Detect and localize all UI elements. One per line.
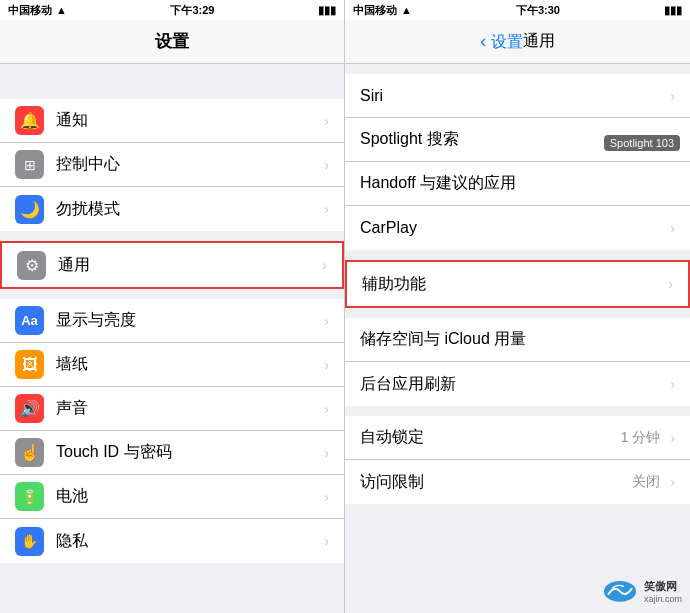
display-icon: Aa	[15, 306, 44, 335]
wallpaper-icon: 🖼	[15, 350, 44, 379]
siri-chevron: ›	[670, 88, 675, 104]
bg-refresh-chevron: ›	[670, 376, 675, 392]
list-item-display[interactable]: Aa 显示与亮度 ›	[0, 299, 344, 343]
right-time: 下午3:30	[516, 3, 560, 18]
control-center-label: 控制中心	[56, 154, 319, 175]
right-section-3: 储存空间与 iCloud 用量 后台应用刷新 ›	[345, 318, 690, 406]
right-item-accessibility[interactable]: 辅助功能 ›	[347, 262, 688, 306]
left-wifi-icon: ▲	[56, 4, 67, 16]
handoff-label: Handoff 与建议的应用	[360, 173, 675, 194]
list-item-notification[interactable]: 🔔 通知 ›	[0, 99, 344, 143]
autolock-value: 1 分钟	[621, 429, 661, 447]
control-center-icon: ⊞	[15, 150, 44, 179]
r-gap-2	[345, 308, 690, 318]
left-nav-title: 设置	[155, 30, 189, 53]
list-item-general[interactable]: ⚙ 通用 ›	[2, 243, 342, 287]
left-section-1: 🔔 通知 › ⊞ 控制中心 › 🌙 勿扰模式 ›	[0, 99, 344, 231]
sound-icon: 🔊	[15, 394, 44, 423]
left-status-right: ▮▮▮	[318, 4, 336, 17]
sound-label: 声音	[56, 398, 319, 419]
list-item-sound[interactable]: 🔊 声音 ›	[0, 387, 344, 431]
wallpaper-chevron: ›	[324, 357, 329, 373]
dnd-chevron: ›	[324, 201, 329, 217]
right-status-right: ▮▮▮	[664, 4, 682, 17]
battery-chevron: ›	[324, 489, 329, 505]
restrictions-label: 访问限制	[360, 472, 632, 493]
dnd-label: 勿扰模式	[56, 199, 319, 220]
section-gap-3	[0, 289, 344, 299]
restrictions-chevron: ›	[670, 474, 675, 490]
right-nav-back[interactable]: ‹ 设置	[480, 31, 522, 53]
battery-icon: 🔋	[15, 482, 44, 511]
watermark-text-block: 笑傲网 xajin.com	[644, 579, 682, 604]
left-time: 下午3:29	[170, 3, 214, 18]
spotlight-badge: Spotlight 103	[604, 135, 680, 151]
r-gap-0	[345, 64, 690, 74]
left-status-left: 中国移动 ▲	[8, 3, 67, 18]
r-gap-3	[345, 406, 690, 416]
right-nav-title: 通用	[523, 31, 555, 52]
back-chevron-icon: ‹	[480, 31, 486, 51]
list-item-wallpaper[interactable]: 🖼 墙纸 ›	[0, 343, 344, 387]
autolock-chevron: ›	[670, 430, 675, 446]
autolock-label: 自动锁定	[360, 427, 621, 448]
notification-icon: 🔔	[15, 106, 44, 135]
left-carrier: 中国移动	[8, 3, 52, 18]
accessibility-chevron: ›	[668, 276, 673, 292]
left-nav-bar: 设置	[0, 20, 344, 64]
restrictions-value: 关闭	[632, 473, 660, 491]
sound-chevron: ›	[324, 401, 329, 417]
right-status-bar: 中国移动 ▲ 下午3:30 ▮▮▮	[345, 0, 690, 20]
right-nav-bar: ‹ 设置 通用	[345, 20, 690, 64]
display-label: 显示与亮度	[56, 310, 319, 331]
privacy-chevron: ›	[324, 533, 329, 549]
list-item-control-center[interactable]: ⊞ 控制中心 ›	[0, 143, 344, 187]
touchid-chevron: ›	[324, 445, 329, 461]
list-item-touchid[interactable]: ☝ Touch ID 与密码 ›	[0, 431, 344, 475]
list-item-battery[interactable]: 🔋 电池 ›	[0, 475, 344, 519]
right-item-background-refresh[interactable]: 后台应用刷新 ›	[345, 362, 690, 406]
notification-label: 通知	[56, 110, 319, 131]
right-item-storage[interactable]: 储存空间与 iCloud 用量	[345, 318, 690, 362]
right-wifi-icon: ▲	[401, 4, 412, 16]
display-chevron: ›	[324, 313, 329, 329]
bg-refresh-label: 后台应用刷新	[360, 374, 665, 395]
general-chevron: ›	[322, 257, 327, 273]
notification-chevron: ›	[324, 113, 329, 129]
right-panel: 中国移动 ▲ 下午3:30 ▮▮▮ ‹ 设置 通用 Siri › Spotlig…	[345, 0, 690, 613]
carplay-label: CarPlay	[360, 219, 665, 237]
right-item-carplay[interactable]: CarPlay ›	[345, 206, 690, 250]
right-section-accessibility: 辅助功能 ›	[345, 260, 690, 308]
right-carrier: 中国移动	[353, 3, 397, 18]
right-section-4: 自动锁定 1 分钟 › 访问限制 关闭 ›	[345, 416, 690, 504]
left-section-3: Aa 显示与亮度 › 🖼 墙纸 › 🔊 声音 ›	[0, 299, 344, 563]
watermark-name: 笑傲网	[644, 579, 677, 594]
right-item-autolock[interactable]: 自动锁定 1 分钟 ›	[345, 416, 690, 460]
siri-label: Siri	[360, 87, 665, 105]
section-gap-2	[0, 231, 344, 241]
general-icon: ⚙	[17, 251, 46, 280]
right-battery-icon: ▮▮▮	[664, 4, 682, 17]
list-item-dnd[interactable]: 🌙 勿扰模式 ›	[0, 187, 344, 231]
privacy-icon: ✋	[15, 527, 44, 556]
r-gap-1	[345, 250, 690, 260]
right-item-handoff[interactable]: Handoff 与建议的应用	[345, 162, 690, 206]
list-item-privacy[interactable]: ✋ 隐私 ›	[0, 519, 344, 563]
watermark-url: xajin.com	[644, 594, 682, 604]
left-battery-icon: ▮▮▮	[318, 4, 336, 17]
right-status-left: 中国移动 ▲	[353, 3, 412, 18]
control-center-chevron: ›	[324, 157, 329, 173]
back-label[interactable]: 设置	[491, 33, 523, 50]
battery-label: 电池	[56, 486, 319, 507]
touchid-label: Touch ID 与密码	[56, 442, 319, 463]
left-status-bar: 中国移动 ▲ 下午3:29 ▮▮▮	[0, 0, 344, 20]
carplay-chevron: ›	[670, 220, 675, 236]
dnd-icon: 🌙	[15, 195, 44, 224]
left-panel: 中国移动 ▲ 下午3:29 ▮▮▮ 设置 🔔 通知 › ⊞	[0, 0, 345, 613]
touchid-icon: ☝	[15, 438, 44, 467]
left-settings-list[interactable]: 🔔 通知 › ⊞ 控制中心 › 🌙 勿扰模式 ›	[0, 64, 344, 613]
right-item-siri[interactable]: Siri ›	[345, 74, 690, 118]
watermark-logo	[600, 577, 640, 605]
right-item-restrictions[interactable]: 访问限制 关闭 ›	[345, 460, 690, 504]
general-label: 通用	[58, 255, 317, 276]
